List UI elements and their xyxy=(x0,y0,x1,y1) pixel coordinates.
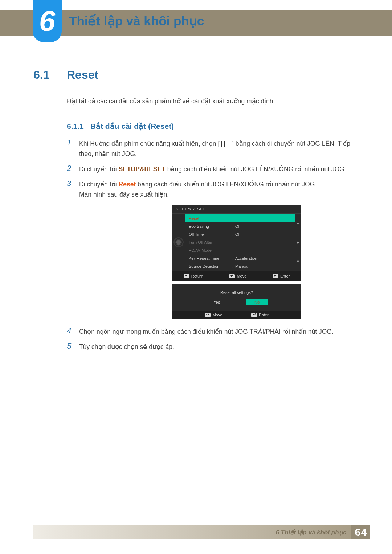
osd-menu-list: Reset Eco Saving : Off Off Timer : Off xyxy=(185,214,295,271)
osd-colon: : xyxy=(232,224,235,229)
step-number: 4 xyxy=(67,327,73,335)
subsection-heading: 6.1.1 Bắt đầu cài đặt (Reset) xyxy=(67,122,359,131)
osd-footer-move: Move xyxy=(229,274,246,278)
step-1: 1 Khi Hướng dẫn phím chức năng xuất hiện… xyxy=(67,139,359,159)
text-part: bằng cách điều khiển nút JOG LÊN/XUỐNG r… xyxy=(136,181,317,188)
subsection-number: 6.1.1 xyxy=(67,122,84,131)
arrow-up-icon: ▲ xyxy=(297,221,300,225)
text-orange: Reset xyxy=(119,181,136,188)
step-number: 3 xyxy=(67,179,73,188)
enter-icon xyxy=(251,313,257,317)
text-part: Di chuyển tới xyxy=(79,165,119,173)
return-icon xyxy=(184,274,189,278)
osd-item-turnoffafter: Turn Off After xyxy=(185,238,295,246)
osd-confirm-panel: Reset all settings? Yes No Move Enter xyxy=(172,284,301,319)
text-bold: SETUP&RESET xyxy=(119,165,166,173)
label: Move xyxy=(237,274,246,278)
osd-option-yes: Yes xyxy=(205,299,228,305)
steps-list: 1 Khi Hướng dẫn phím chức năng xuất hiện… xyxy=(67,139,359,352)
step-text: Khi Hướng dẫn phím chức năng xuất hiện, … xyxy=(79,139,359,159)
step-4: 4 Chọn ngôn ngữ mong muốn bằng cách điều… xyxy=(67,327,359,337)
osd-label: Key Repeat Time xyxy=(189,256,232,260)
osd-footer: Return Move Enter xyxy=(172,271,301,281)
osd-footer-enter: Enter xyxy=(273,274,290,278)
osd-confirm-question: Reset all settings? xyxy=(172,284,301,299)
chapter-title: Thiết lập và khôi phục xyxy=(69,14,204,28)
osd-label: Off Timer xyxy=(189,232,232,237)
osd-option-no: No xyxy=(246,299,268,305)
osd-value: Off xyxy=(235,224,291,229)
text-part: Khi Hướng dẫn phím chức năng xuất hiện, … xyxy=(79,140,220,147)
arrow-down-icon: ▼ xyxy=(297,260,300,263)
osd-item-sourcedetection: Source Detection : Manual xyxy=(185,262,295,270)
osd-confirm-options: Yes No xyxy=(172,299,301,311)
osd-screenshots: SETUP&RESET Reset Eco Saving : Off xyxy=(172,205,359,319)
gear-icon xyxy=(175,238,183,246)
step-3: 3 Di chuyển tới Reset bằng cách điều khi… xyxy=(67,179,359,200)
menu-icon xyxy=(221,141,230,147)
osd-item-keyrepeat: Key Repeat Time : Acceleration xyxy=(185,254,295,262)
move-lr-icon xyxy=(205,313,211,317)
label: Enter xyxy=(280,274,290,278)
osd-item-reset: Reset xyxy=(185,214,295,222)
section-title: Reset xyxy=(67,68,98,82)
osd-item-eco: Eco Saving : Off xyxy=(185,222,295,230)
osd-colon: : xyxy=(232,264,235,268)
osd-item-offtimer: Off Timer : Off xyxy=(185,230,295,238)
label: Move xyxy=(212,313,222,317)
osd-value: Acceleration xyxy=(235,256,291,260)
osd-footer-move: Move xyxy=(205,313,222,317)
step-5: 5 Tùy chọn được chọn sẽ được áp. xyxy=(67,342,359,352)
move-icon xyxy=(229,274,235,278)
step-number: 2 xyxy=(67,164,73,173)
label: Return xyxy=(191,274,203,278)
osd-header: SETUP&RESET xyxy=(172,205,301,213)
osd-label: Reset xyxy=(189,216,232,221)
osd-colon: : xyxy=(232,232,235,237)
arrow-right-icon: ▶ xyxy=(297,241,299,244)
text-part: bằng cách điều khiển nút JOG LÊN/XUỐNG r… xyxy=(166,165,346,173)
step-text: Di chuyển tới Reset bằng cách điều khiển… xyxy=(79,179,317,200)
step-text: Di chuyển tới SETUP&RESET bằng cách điều… xyxy=(79,164,346,174)
osd-label: PC/AV Mode xyxy=(189,248,232,253)
osd-item-pcav: PC/AV Mode xyxy=(185,246,295,254)
osd-body: Reset Eco Saving : Off Off Timer : Off xyxy=(172,213,301,271)
text-part: Di chuyển tới xyxy=(79,181,119,188)
step-number: 1 xyxy=(67,139,73,147)
text-part: Màn hình sau đây sẽ xuất hiện. xyxy=(79,191,169,198)
footer-chapter-label: 6 Thiết lập và khôi phục xyxy=(271,525,351,539)
osd-confirm-footer: Move Enter xyxy=(172,311,301,319)
osd-colon: : xyxy=(232,256,235,260)
osd-sidebar xyxy=(172,214,185,271)
page-content: 6.1 Reset Đặt tất cả các cài đặt của sản… xyxy=(33,68,359,357)
chapter-number-badge: 6 xyxy=(33,0,62,42)
osd-label: Source Detection xyxy=(189,264,232,268)
footer-page-number: 64 xyxy=(351,525,370,539)
osd-menu-panel: SETUP&RESET Reset Eco Saving : Off xyxy=(172,205,301,281)
osd-value: Manual xyxy=(235,264,291,268)
section-number: 6.1 xyxy=(33,68,56,82)
section-heading: 6.1 Reset xyxy=(33,68,359,82)
step-text: Tùy chọn được chọn sẽ được áp. xyxy=(79,342,174,352)
subsection-title: Bắt đầu cài đặt (Reset) xyxy=(90,122,174,131)
step-number: 5 xyxy=(67,342,73,350)
osd-footer-return: Return xyxy=(184,274,203,278)
section-intro: Đặt tất cả các cài đặt của sản phẩm trở … xyxy=(67,98,359,105)
page-footer: 6 Thiết lập và khôi phục 64 xyxy=(33,525,370,539)
osd-scroll-arrows: ▲ ▶ ▼ xyxy=(295,214,301,271)
osd-label: Turn Off After xyxy=(189,240,232,245)
enter-icon xyxy=(273,274,278,278)
osd-footer-enter: Enter xyxy=(251,313,268,317)
step-text: Chọn ngôn ngữ mong muốn bằng cách điều k… xyxy=(79,327,334,337)
step-2: 2 Di chuyển tới SETUP&RESET bằng cách đi… xyxy=(67,164,359,174)
osd-label: Eco Saving xyxy=(189,224,232,229)
osd-value: Off xyxy=(235,232,291,237)
label: Enter xyxy=(259,313,268,317)
